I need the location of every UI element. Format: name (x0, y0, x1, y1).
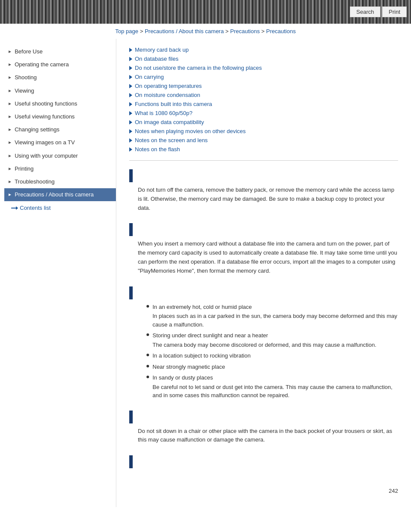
toc-item-screen-lens[interactable]: Notes on the screen and lens (129, 136, 398, 145)
sidebar-label-troubleshooting: Troubleshooting (15, 178, 55, 186)
sidebar-label-changing-settings: Changing settings (15, 126, 59, 134)
sidebar-item-before-use[interactable]: ► Before Use (4, 45, 116, 58)
toc-triangle-icon (129, 129, 132, 134)
section-header-database (129, 223, 398, 236)
section-header-carrying (129, 411, 398, 423)
breadcrumb-precautions-about[interactable]: Precautions / About this camera (145, 28, 224, 34)
toc-triangle-icon (129, 93, 132, 97)
toc-triangle-icon (129, 120, 132, 124)
section-database: When you insert a memory card without a … (129, 223, 398, 275)
sidebar-item-useful-viewing[interactable]: ► Useful viewing functions (4, 110, 116, 123)
arrow-icon-useful-shooting: ► (8, 101, 12, 107)
list-item-sandy: In sandy or dusty places Be careful not … (146, 373, 398, 400)
sidebar-label-operating: Operating the camera (15, 61, 69, 68)
sidebar-item-precautions[interactable]: ► Precautions / About this camera (4, 188, 116, 201)
section-header-operating-temp (129, 455, 398, 468)
arrow-icon-operating: ► (8, 62, 12, 68)
toc-item-do-not-use[interactable]: Do not use/store the camera in the follo… (129, 63, 398, 72)
blue-bar-memory-card (129, 169, 133, 182)
toc-triangle-icon (129, 102, 132, 106)
sidebar-label-useful-shooting: Useful shooting functions (15, 100, 77, 108)
do-not-use-list: In an extremely hot, cold or humid place… (138, 303, 398, 400)
blue-bar-database (129, 223, 133, 236)
sidebar-item-useful-shooting[interactable]: ► Useful shooting functions (4, 97, 116, 110)
sidebar-label-printing: Printing (15, 165, 34, 173)
toc-triangle-icon (129, 75, 132, 79)
sidebar-item-shooting[interactable]: ► Shooting (4, 71, 116, 84)
blue-bar-operating-temp (129, 455, 133, 468)
arrow-icon-printing: ► (8, 166, 12, 172)
sidebar-item-viewing-tv[interactable]: ► Viewing images on a TV (4, 136, 116, 149)
sidebar: ► Before Use ► Operating the camera ► Sh… (0, 39, 116, 507)
bullet-dot (146, 333, 149, 336)
toc-item-database[interactable]: On database files (129, 54, 398, 63)
bullet-dot (146, 305, 149, 308)
sidebar-label-computer: Using with your computer (15, 152, 78, 160)
sidebar-label-before-use: Before Use (15, 48, 43, 56)
blue-bar-carrying (129, 411, 133, 423)
section-carrying: Do not sit down in a chair or other plac… (129, 411, 398, 445)
sidebar-item-computer[interactable]: ► Using with your computer (4, 149, 116, 162)
toc-item-carrying[interactable]: On carrying (129, 72, 398, 81)
sidebar-item-operating[interactable]: ► Operating the camera (4, 58, 116, 71)
arrow-icon-troubleshooting: ► (8, 179, 12, 185)
sidebar-label-viewing-tv: Viewing images on a TV (15, 139, 75, 146)
section-body-database: When you insert a memory card without a … (129, 240, 398, 275)
toc-item-operating-temp[interactable]: On operating temperatures (129, 81, 398, 90)
sidebar-label-shooting: Shooting (15, 74, 37, 81)
sidebar-item-changing-settings[interactable]: ► Changing settings (4, 123, 116, 136)
header-bar: Search Print (0, 0, 411, 24)
toc-triangle-icon (129, 111, 132, 115)
toc-item-flash[interactable]: Notes on the flash (129, 145, 398, 154)
search-button[interactable]: Search (350, 6, 380, 17)
arrow-icon-computer: ► (8, 153, 12, 159)
section-memory-card: Do not turn off the camera, remove the b… (129, 169, 398, 212)
list-item-sunlight: Storing under direct sunlight and near a… (146, 331, 398, 349)
arrow-icon-precautions: ► (8, 192, 12, 198)
toc-item-image-compat[interactable]: On image data compatibility (129, 118, 398, 127)
toc-item-moisture[interactable]: On moisture condensation (129, 90, 398, 100)
contents-list-label: Contents list (20, 205, 51, 211)
contents-arrow-icon (11, 206, 18, 210)
main-layout: ► Before Use ► Operating the camera ► Sh… (0, 39, 411, 507)
breadcrumb-precautions-1[interactable]: Precautions (230, 28, 260, 34)
toc-item-functions[interactable]: Functions built into this camera (129, 100, 398, 109)
breadcrumb-precautions-2[interactable]: Precautions (266, 28, 296, 34)
bullet-dot (146, 376, 149, 378)
section-header-memory-card (129, 169, 398, 182)
arrow-icon-before-use: ► (8, 49, 12, 55)
content-area: Memory card back up On database files Do… (116, 39, 411, 507)
sidebar-item-printing[interactable]: ► Printing (4, 162, 116, 175)
section-do-not-use: In an extremely hot, cold or humid place… (129, 286, 398, 400)
sidebar-item-viewing[interactable]: ► Viewing (4, 84, 116, 97)
sidebar-item-troubleshooting[interactable]: ► Troubleshooting (4, 175, 116, 188)
contents-list-link[interactable]: Contents list (4, 201, 116, 215)
list-item-hot-place: In an extremely hot, cold or humid place… (146, 303, 398, 329)
toc-item-memory-card[interactable]: Memory card back up (129, 45, 398, 54)
header-buttons: Search Print (350, 6, 407, 17)
section-operating-temp (129, 455, 398, 468)
sidebar-label-precautions: Precautions / About this camera (15, 191, 94, 199)
arrow-icon-viewing-tv: ► (8, 140, 12, 146)
arrow-icon-shooting: ► (8, 75, 12, 81)
bullet-dot (146, 365, 149, 367)
section-body-do-not-use: In an extremely hot, cold or humid place… (129, 303, 398, 400)
toc-item-1080[interactable]: What is 1080 60p/50p? (129, 109, 398, 118)
toc-triangle-icon (129, 138, 132, 143)
toc-item-movies[interactable]: Notes when playing movies on other devic… (129, 127, 398, 136)
section-header-do-not-use (129, 286, 398, 299)
arrow-icon-changing-settings: ► (8, 127, 12, 133)
list-item-vibration: In a location subject to rocking vibrati… (146, 352, 398, 360)
blue-bar-do-not-use (129, 286, 133, 299)
toc-triangle-icon (129, 48, 132, 52)
breadcrumb-top-page[interactable]: Top page (115, 28, 139, 34)
section-body-memory-card: Do not turn off the camera, remove the b… (129, 186, 398, 212)
toc-section: Memory card back up On database files Do… (129, 45, 398, 161)
list-item-magnetic: Near strongly magnetic place (146, 363, 398, 371)
page-number: 242 (129, 479, 398, 494)
print-button[interactable]: Print (382, 6, 407, 17)
bullet-dot (146, 354, 149, 356)
sidebar-label-useful-viewing: Useful viewing functions (15, 113, 75, 121)
toc-triangle-icon (129, 84, 132, 88)
toc-triangle-icon (129, 66, 132, 70)
